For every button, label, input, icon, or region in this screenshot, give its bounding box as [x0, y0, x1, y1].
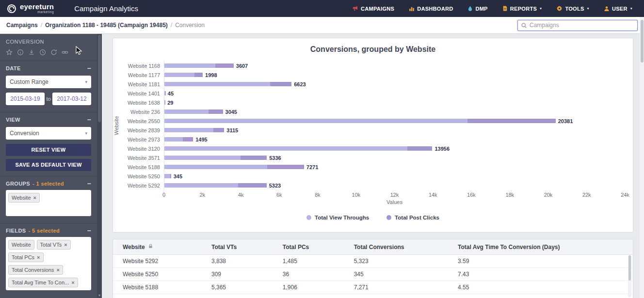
- view-throughs-bar-segment: [164, 128, 213, 132]
- bar-track: 20381: [164, 116, 625, 125]
- column-header[interactable]: Total Avg Time To Conversion (Days): [453, 239, 633, 255]
- nav-item-dashboard[interactable]: DASHBOARD: [409, 6, 453, 12]
- chart-row: Website 2363045: [120, 107, 625, 116]
- table-cell: 3,960: [207, 294, 278, 298]
- bar-total-label: 1495: [195, 137, 207, 142]
- remove-tag-icon[interactable]: ×: [33, 195, 36, 201]
- breadcrumb-separator: /: [171, 22, 172, 29]
- table-cell: 3,838: [207, 255, 278, 268]
- view-throughs-bar-segment: [164, 183, 238, 188]
- save-default-view-button[interactable]: SAVE AS DEFAULT VIEW: [6, 159, 91, 171]
- page-scrollbar-thumb[interactable]: [641, 20, 644, 63]
- info-icon[interactable]: [17, 49, 24, 56]
- date-section-title: DATE: [6, 65, 21, 71]
- column-label: Total Avg Time To Conversion (Days): [458, 244, 560, 251]
- search-input[interactable]: [530, 22, 634, 29]
- remove-tag-icon[interactable]: ×: [71, 280, 74, 285]
- collapse-fields-icon[interactable]: −: [87, 228, 91, 233]
- post-clicks-bar-segment: [270, 82, 291, 86]
- x-tick-label: 16k: [467, 192, 476, 198]
- nav-item-tools[interactable]: TOOLS▾: [556, 5, 589, 12]
- bar-total-label: 29: [167, 100, 173, 106]
- table-cell: 1,906: [278, 281, 349, 294]
- x-tick-label: 14k: [429, 192, 437, 198]
- view-throughs-bar-segment: [164, 137, 183, 141]
- collapse-date-icon[interactable]: −: [87, 66, 91, 71]
- post-clicks-bar-segment: [170, 174, 171, 178]
- bar-total-label: 5323: [269, 183, 281, 188]
- tag-label: Total PCs: [12, 254, 34, 260]
- clock-icon[interactable]: [39, 49, 46, 56]
- download-icon[interactable]: [28, 49, 35, 56]
- post-clicks-bar-segment: [267, 165, 304, 169]
- table-header-row: WebsiteTotal VTsTotal PCsTotal Conversio…: [113, 239, 633, 255]
- collapse-view-icon[interactable]: −: [87, 117, 91, 122]
- table-row: Website 51885,3651,9067,2714.55: [113, 281, 633, 294]
- table-cell: Website 5188: [113, 281, 207, 294]
- chevron-down-icon: ▾: [85, 131, 87, 136]
- column-header[interactable]: Total Conversions: [349, 239, 453, 255]
- legend-dot: [306, 215, 311, 220]
- column-header[interactable]: Total VTs: [207, 239, 278, 255]
- tag-total-pcs: Total PCs×: [8, 252, 44, 262]
- column-header[interactable]: Total PCs: [278, 239, 349, 255]
- groups-tags[interactable]: Website×: [6, 190, 91, 216]
- view-throughs-bar-segment: [164, 63, 215, 68]
- category-label: Website 2550: [120, 118, 164, 124]
- chart-row: Website 28393115: [120, 125, 625, 135]
- view-throughs-bar-segment: [164, 110, 209, 114]
- date-from-input[interactable]: [6, 93, 45, 105]
- view-select-value: Conversion: [10, 130, 39, 137]
- breadcrumb-item[interactable]: Campaigns: [6, 22, 38, 29]
- chart-rows: Website 11683607Website 11771998Website …: [120, 61, 625, 190]
- breadcrumb-separator: /: [41, 22, 42, 29]
- reset-view-button[interactable]: RESET VIEW: [6, 144, 91, 156]
- fields-tags[interactable]: WebsiteTotal VTs×Total PCs×Total Convers…: [6, 237, 91, 290]
- date-to-input[interactable]: [52, 93, 91, 105]
- data-table: WebsiteTotal VTsTotal PCsTotal Conversio…: [113, 239, 633, 298]
- date-range-select[interactable]: Custom Range ▾: [6, 76, 91, 88]
- column-label: Total VTs: [211, 244, 237, 251]
- column-header[interactable]: Website: [113, 239, 207, 255]
- table-scrollbar-thumb[interactable]: [628, 255, 631, 281]
- bar-track: 3115: [164, 125, 625, 135]
- table-cell: 6.38: [453, 294, 633, 298]
- nav-item-reports[interactable]: REPORTS▾: [502, 5, 542, 12]
- view-section-title: VIEW: [6, 117, 20, 123]
- star-icon[interactable]: [6, 49, 13, 56]
- breadcrumb-item[interactable]: Organization 1188 - 19485 (Campaign 1948…: [45, 22, 168, 29]
- post-clicks-bar-segment: [209, 110, 223, 114]
- link-icon[interactable]: [62, 49, 68, 56]
- table-cell: Website 3571: [113, 294, 207, 298]
- collapse-groups-icon[interactable]: −: [87, 181, 91, 186]
- sidebar-scrollbar-thumb[interactable]: [98, 35, 101, 122]
- category-label: Website 1177: [120, 72, 164, 78]
- chart-card: Conversions, grouped by Website Website …: [113, 38, 633, 233]
- nav-item-user[interactable]: USER▾: [604, 6, 632, 12]
- remove-tag-icon[interactable]: ×: [37, 255, 40, 260]
- search-box[interactable]: [517, 20, 638, 31]
- remove-tag-icon[interactable]: ×: [56, 267, 59, 273]
- legend-item[interactable]: Total View Throughs: [306, 215, 369, 220]
- chart-row: Website 11771998: [120, 70, 625, 79]
- breadcrumb-bar: Campaigns/Organization 1188 - 19485 (Cam…: [0, 17, 644, 34]
- tag-website: Website×: [8, 193, 40, 203]
- brand-logo[interactable]: eyereturn marketing: [7, 3, 54, 14]
- view-select[interactable]: Conversion ▾: [6, 127, 91, 140]
- refresh-icon[interactable]: [50, 49, 57, 56]
- nav-item-campaigns[interactable]: CAMPAIGNS: [352, 5, 394, 12]
- chart-xaxis: 02k4k6k8k10k12k14k16k18k20k22k24k: [164, 190, 625, 198]
- legend-item[interactable]: Total Post Clicks: [386, 215, 439, 220]
- chart-row: Website 11683607: [120, 61, 625, 70]
- bar-total-label: 45: [168, 91, 174, 96]
- nav-item-dmp[interactable]: DMP: [467, 5, 487, 12]
- remove-tag-icon[interactable]: ×: [64, 242, 67, 248]
- eyereturn-logo-icon: [7, 4, 16, 14]
- nav-label: USER: [612, 6, 628, 12]
- sidebar-scrollbar[interactable]: ▾: [97, 34, 102, 298]
- chart-row: Website 29731495: [120, 135, 625, 144]
- bar-track: 3045: [164, 107, 625, 116]
- scroll-down-icon[interactable]: ▾: [97, 293, 102, 298]
- page-scrollbar[interactable]: [640, 17, 644, 298]
- table-scrollbar[interactable]: [628, 255, 631, 298]
